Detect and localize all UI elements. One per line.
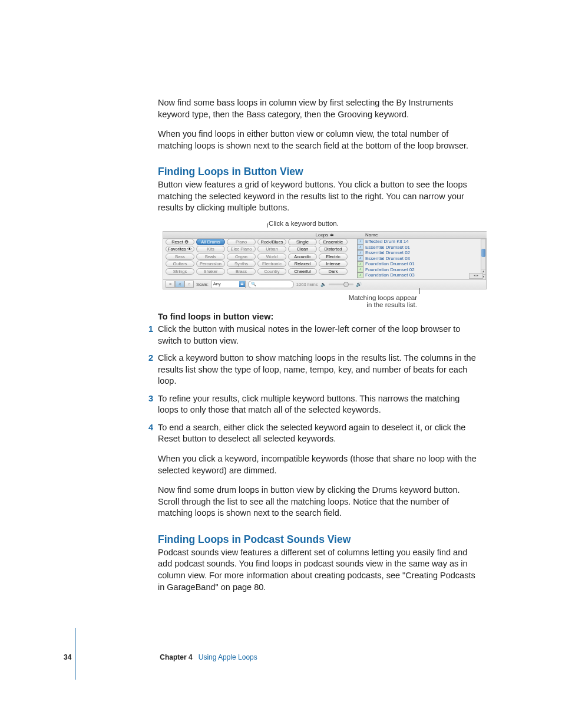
figure-loop-browser: Click a keyword button. Loops ≑ Reset ⚙A… [158, 222, 477, 299]
result-row[interactable]: ♪Essential Drumset 01 [356, 244, 484, 250]
keyword-button[interactable]: Electric [319, 253, 348, 260]
horizontal-scroll[interactable]: ◂ ▸ [469, 273, 483, 279]
column-view-icon[interactable]: ≡ [166, 281, 175, 288]
result-row[interactable]: ♪Essential Drumset 02 [356, 250, 484, 256]
keyword-button[interactable]: Rock/Blues [257, 239, 286, 245]
speaker-max-icon: 🔊 [356, 282, 362, 287]
paragraph: When you click a keyword, incompatible k… [158, 453, 477, 476]
keyword-button[interactable]: Bass [166, 253, 194, 260]
page-number: 34 [64, 653, 160, 661]
list-item: 2Click a keyword button to show matching… [158, 353, 477, 387]
speaker-min-icon: 🔈 [320, 282, 326, 287]
loop-type-icon: ♪ [357, 244, 363, 250]
paragraph: Button view features a grid of keyword b… [158, 179, 477, 214]
scale-label: Scale: [196, 282, 209, 287]
loop-type-icon: ♪ [357, 261, 363, 267]
podcast-view-icon[interactable]: ⌂ [184, 281, 194, 288]
keyword-button[interactable]: Country [257, 268, 286, 275]
loop-name: Essential Drumset 01 [365, 245, 410, 250]
list-item: 1Click the button with musical notes in … [158, 324, 477, 347]
paragraph: When you find loops in either button vie… [158, 129, 477, 151]
loop-name: Effected Drum Kit 14 [365, 239, 409, 244]
keyword-button[interactable]: Ensemble [319, 239, 348, 245]
button-view-icon[interactable]: ♫ [175, 281, 184, 288]
dropdown-arrow-icon: ≑ [239, 281, 245, 287]
keyword-button[interactable]: Elec Piano [227, 246, 256, 252]
step-text: To end a search, either click the select… [158, 423, 465, 444]
keyword-button[interactable]: Dark [319, 268, 348, 275]
callout-tick [419, 288, 419, 294]
step-text: Click a keyword button to show matching … [158, 353, 476, 386]
loop-name: Foundation Drumset 01 [365, 261, 415, 266]
keyword-button[interactable]: Brass [227, 268, 256, 275]
loop-type-icon: ♪ [357, 266, 363, 272]
keyword-button[interactable]: Clean [288, 246, 317, 252]
keyword-button[interactable]: Synths [227, 261, 256, 267]
keyword-button[interactable]: Single [288, 239, 317, 245]
loop-type-icon: ♪ [357, 255, 363, 261]
scale-value: Any [213, 281, 221, 287]
loop-name: Foundation Drumset 02 [365, 267, 415, 272]
heading-podcast-view: Finding Loops in Podcast Sounds View [158, 533, 477, 546]
page-footer: 34 Chapter 4 Using Apple Loops [64, 653, 257, 661]
result-row[interactable]: ♪Essential Drumset 03 [356, 255, 484, 261]
view-mode-segment[interactable]: ≡ ♫ ⌂ [166, 281, 194, 288]
keyword-button[interactable]: Cheerful [288, 268, 317, 275]
loop-name: Essential Drumset 02 [365, 250, 410, 255]
search-input[interactable]: 🔍 [248, 281, 294, 288]
steps-heading: To find loops in button view: [158, 312, 477, 321]
chapter-label: Chapter 4 [160, 653, 192, 661]
callout-label: in the results list. [346, 301, 417, 308]
keyword-button[interactable]: Favorites 👁 [166, 246, 194, 252]
loop-type-icon: ♪ [357, 250, 363, 256]
step-number: 1 [148, 324, 153, 335]
list-item: 3To refine your results, click multiple … [158, 393, 477, 416]
item-count: 1063 items [296, 282, 318, 287]
step-number: 4 [148, 422, 153, 434]
paragraph: Now find some bass loops in column view … [158, 97, 477, 120]
step-text: Click the button with musical notes in t… [158, 324, 460, 345]
volume-slider[interactable] [329, 284, 353, 285]
callout-label: Click a keyword button. [269, 220, 339, 227]
result-row[interactable]: ♪Foundation Drumset 03 [356, 272, 484, 278]
result-row[interactable]: ♪Foundation Drumset 01 [356, 261, 484, 267]
keyword-button[interactable]: Piano [227, 239, 256, 245]
loop-type-icon: ♪ [357, 239, 363, 245]
keyword-button[interactable]: Kits [196, 246, 225, 252]
keyword-button[interactable]: Electronic [257, 261, 286, 267]
keyword-button[interactable]: Reset ⚙ [166, 239, 194, 245]
keyword-button[interactable]: Percussion [196, 261, 225, 267]
chapter-title: Using Apple Loops [193, 653, 257, 661]
keyword-button[interactable]: Acoustic [288, 253, 317, 260]
keyword-button[interactable]: Shaker [196, 268, 225, 275]
loop-browser-window: Loops ≑ Reset ⚙All DrumsPianoRock/BluesS… [163, 231, 487, 289]
keyword-grid: Reset ⚙All DrumsPianoRock/BluesSingleEns… [166, 239, 353, 279]
step-text: To refine your results, click multiple k… [158, 394, 459, 415]
keyword-button[interactable]: Guitars [166, 261, 194, 267]
keyword-button[interactable]: World [257, 253, 286, 260]
keyword-button[interactable]: Urban [257, 246, 286, 252]
margin-rule [75, 628, 76, 680]
heading-button-view: Finding Loops in Button View [158, 166, 477, 178]
result-row[interactable]: ♪Effected Drum Kit 14 [356, 239, 484, 245]
paragraph: Podcast sounds view features a different… [158, 547, 477, 593]
loop-name: Essential Drumset 03 [365, 256, 410, 261]
results-header-name: Name [356, 232, 487, 239]
keyword-button[interactable]: All Drums [196, 239, 225, 245]
paragraph: Now find some drum loops in button view … [158, 485, 477, 519]
list-item: 4To end a search, either click the selec… [158, 422, 477, 445]
scrollbar-thumb[interactable] [481, 249, 485, 257]
keyword-button[interactable]: Distorted [319, 246, 348, 252]
keyword-button[interactable]: Strings [166, 268, 194, 275]
step-number: 3 [148, 393, 153, 405]
step-number: 2 [148, 353, 153, 364]
scale-select[interactable]: Any ≑ [211, 281, 246, 288]
keyword-button[interactable]: Beats [196, 253, 225, 260]
loop-name: Foundation Drumset 03 [365, 272, 415, 278]
results-list: Name ♪Effected Drum Kit 14♪Essential Dru… [356, 239, 484, 279]
keyword-button[interactable]: Organ [227, 253, 256, 260]
loop-type-icon: ♪ [357, 272, 363, 278]
result-row[interactable]: ♪Foundation Drumset 02 [356, 266, 484, 272]
keyword-button[interactable]: Relaxed [288, 261, 317, 267]
keyword-button[interactable]: Intense [319, 261, 348, 267]
